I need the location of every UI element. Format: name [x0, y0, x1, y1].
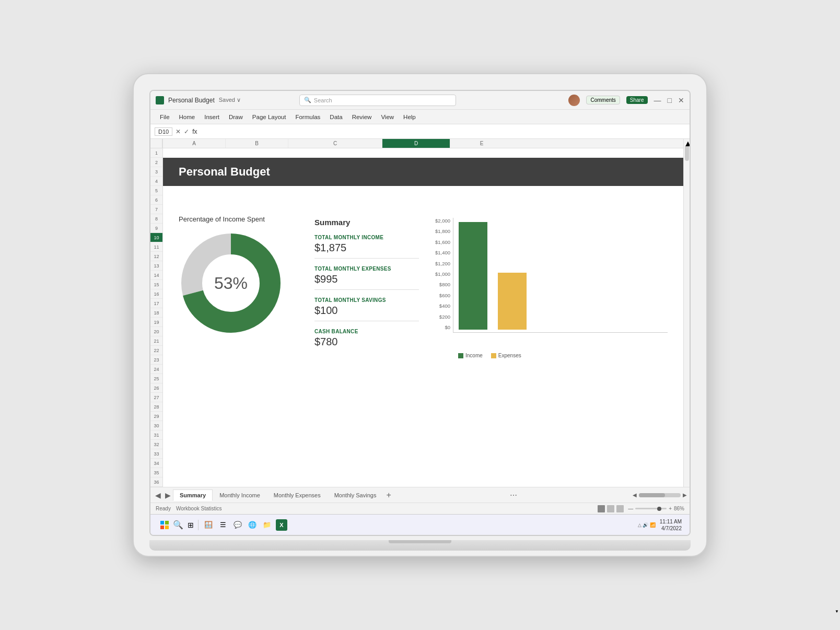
menu-formulas[interactable]: Formulas: [291, 113, 324, 121]
summary-item-balance: CASH BALANCE $780: [314, 329, 419, 352]
taskbar-icon-4[interactable]: 🌐: [247, 519, 258, 531]
taskbar-icon-3[interactable]: 💬: [232, 519, 243, 531]
col-header-a[interactable]: A: [163, 139, 226, 148]
menu-data[interactable]: Data: [325, 113, 346, 121]
row-20: 20: [150, 327, 162, 336]
close-button[interactable]: ✕: [678, 96, 684, 104]
row-9: 9: [150, 224, 162, 233]
donut-percentage: 53%: [214, 274, 248, 293]
row-5: 5: [150, 186, 162, 195]
tab-options-button[interactable]: ⋯: [508, 491, 519, 499]
row-14: 14: [150, 271, 162, 280]
zoom-minus[interactable]: —: [628, 506, 633, 511]
y-axis: $0 $200 $400 $600 $800 $1,000 $1,200 $1,…: [429, 218, 453, 333]
taskbar-icon-2[interactable]: ☰: [217, 519, 229, 531]
tab-summary[interactable]: Summary: [173, 489, 213, 501]
menu-insert[interactable]: Insert: [200, 113, 224, 121]
add-sheet-button[interactable]: +: [383, 491, 394, 500]
workbook-statistics[interactable]: Workbook Statistics: [176, 506, 222, 511]
chart-section: Percentage of Income Spent: [179, 215, 304, 359]
col-header-e[interactable]: E: [450, 139, 513, 148]
status-bar: Ready Workbook Statistics — + 86%: [150, 503, 690, 514]
taskbar-icon-5[interactable]: 📁: [261, 519, 273, 531]
menu-help[interactable]: Help: [399, 113, 420, 121]
menu-home[interactable]: Home: [175, 113, 200, 121]
budget-body: Percentage of Income Spent: [163, 205, 683, 370]
taskbar-search-icon[interactable]: 🔍: [173, 520, 183, 530]
tab-next[interactable]: ▶: [163, 491, 173, 499]
menu-review[interactable]: Review: [348, 113, 376, 121]
summary-item-expenses: TOTAL MONTHLY EXPENSES $995: [314, 266, 419, 290]
page-break-view-icon[interactable]: [616, 505, 624, 512]
zoom-plus[interactable]: +: [669, 506, 672, 511]
taskbar-right: △ 🔊 📶 11:11 AM 4/7/2022: [638, 518, 682, 532]
function-icon[interactable]: fx: [192, 128, 197, 135]
menu-view[interactable]: View: [377, 113, 398, 121]
y-label-200: $200: [429, 314, 453, 320]
y-label-1200: $1,200: [429, 261, 453, 266]
window-controls: Comments Share — □ ✕: [568, 95, 684, 106]
bar-chart-bars: [453, 218, 668, 333]
taskbar-app-icons: 🪟 ☰ 💬 🌐 📁 X: [203, 519, 287, 531]
cancel-formula-icon[interactable]: ✕: [176, 128, 181, 135]
row-1-empty: [163, 148, 683, 158]
income-legend-label: Income: [465, 353, 483, 358]
row-12: 12: [150, 252, 162, 261]
saved-status[interactable]: Saved ∨: [219, 97, 241, 103]
menu-page-layout[interactable]: Page Layout: [248, 113, 290, 121]
hscroll-track[interactable]: [639, 493, 681, 497]
menu-file[interactable]: File: [156, 113, 174, 121]
taskbar-widgets-icon[interactable]: ⊞: [188, 521, 194, 529]
balance-value: $780: [314, 336, 419, 348]
zoom-thumb[interactable]: [657, 507, 661, 511]
row-11: 11: [150, 242, 162, 252]
sheet-tabs: ◀ ▶ Summary Monthly Income Monthly Expen…: [150, 487, 690, 503]
cell-reference[interactable]: D10: [155, 127, 172, 136]
tab-monthly-savings[interactable]: Monthly Savings: [328, 489, 383, 501]
expenses-legend-label: Expenses: [498, 353, 521, 358]
expenses-legend-dot: [491, 353, 496, 358]
income-value: $1,875: [314, 242, 419, 254]
y-label-2000: $2,000: [429, 218, 453, 224]
bar-chart-container: $0 $200 $400 $600 $800 $1,000 $1,200 $1,…: [429, 218, 668, 348]
col-headers-row: A B C D E: [163, 139, 683, 148]
menu-draw[interactable]: Draw: [225, 113, 247, 121]
share-button[interactable]: Share: [626, 96, 648, 104]
laptop-screen: Personal Budget Saved ∨ 🔍 Search Comment…: [149, 90, 691, 536]
col-header-d-active[interactable]: D: [382, 139, 450, 148]
scroll-up-arrow[interactable]: ▲: [684, 139, 690, 144]
balance-label: CASH BALANCE: [314, 329, 419, 334]
taskbar-clock: 11:11 AM 4/7/2022: [660, 518, 682, 532]
taskbar-excel-icon[interactable]: X: [276, 519, 287, 531]
horizontal-scrollbar[interactable]: ◀ ▶: [633, 492, 687, 498]
hscroll-thumb[interactable]: [639, 493, 665, 497]
minimize-button[interactable]: —: [654, 96, 661, 104]
laptop-frame: Personal Budget Saved ∨ 🔍 Search Comment…: [133, 73, 707, 557]
normal-view-icon[interactable]: [598, 505, 605, 512]
maximize-button[interactable]: □: [668, 96, 672, 104]
vertical-scrollbar[interactable]: ▲ ▼: [683, 139, 690, 487]
income-bar: [459, 222, 487, 330]
tab-prev[interactable]: ◀: [153, 491, 163, 499]
hscroll-right[interactable]: ▶: [683, 492, 687, 498]
row-1: 1: [150, 148, 162, 158]
formula-bar: D10 ✕ ✓ fx: [150, 124, 690, 139]
row-2: 2: [150, 158, 162, 167]
grid-wrapper: 1 2 3 4 5 6 7 8 9 10 11 12 13 14 15 16 1…: [150, 139, 690, 487]
comments-button[interactable]: Comments: [586, 96, 620, 104]
excel-logo-icon: [156, 96, 164, 104]
budget-title: Personal Budget: [179, 165, 270, 178]
bar-chart-legend: Income Expenses: [458, 353, 668, 358]
start-button[interactable]: [158, 519, 171, 531]
col-header-b[interactable]: B: [226, 139, 288, 148]
tab-monthly-expenses[interactable]: Monthly Expenses: [267, 489, 328, 501]
zoom-slider[interactable]: [635, 508, 667, 509]
hscroll-left[interactable]: ◀: [633, 492, 637, 498]
title-search-box[interactable]: 🔍 Search: [299, 95, 456, 106]
taskbar-icon-1[interactable]: 🪟: [203, 519, 214, 531]
page-layout-view-icon[interactable]: [607, 505, 614, 512]
taskbar-sys-icons: △ 🔊 📶: [638, 522, 656, 528]
col-header-c[interactable]: C: [288, 139, 382, 148]
confirm-formula-icon[interactable]: ✓: [184, 128, 189, 135]
tab-monthly-income[interactable]: Monthly Income: [213, 489, 267, 501]
